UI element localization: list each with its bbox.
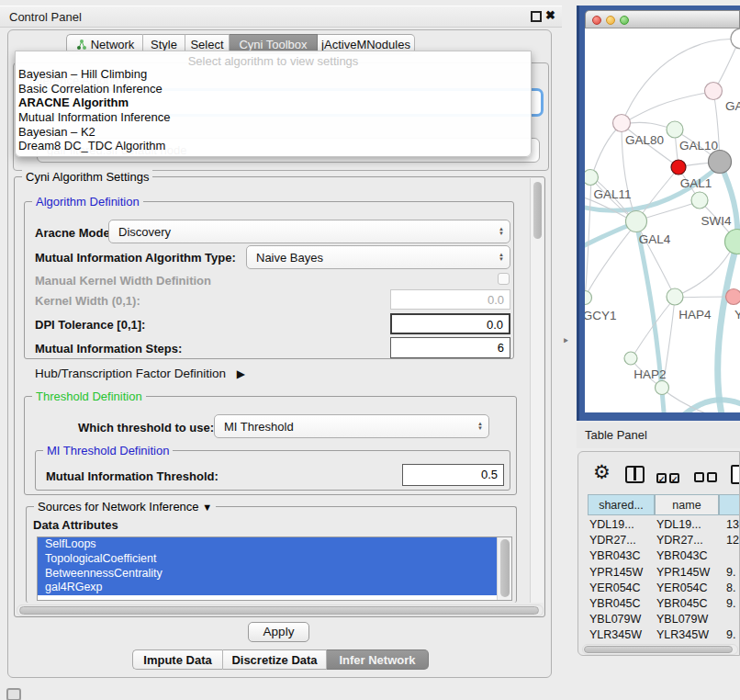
export-table-icon[interactable]: [731, 465, 740, 484]
network-edge[interactable]: [622, 40, 739, 124]
column-view-icon[interactable]: [625, 466, 645, 483]
network-node-gray-node[interactable]: [709, 151, 732, 174]
table-cell[interactable]: 12: [726, 534, 739, 547]
close-window-icon[interactable]: [592, 16, 601, 25]
network-node-pink-right[interactable]: [726, 289, 740, 305]
tab-impute-data[interactable]: Impute Data: [132, 649, 223, 670]
network-node-gcy1[interactable]: [585, 291, 592, 305]
aracne-mode-label: Aracne Mode:: [35, 226, 114, 240]
network-edge[interactable]: [638, 168, 678, 220]
aracne-mode-combo[interactable]: Discovery ▲▼: [108, 220, 510, 243]
apply-button[interactable]: Apply: [248, 622, 309, 642]
which-threshold-value: MI Threshold: [224, 420, 294, 434]
column-header-name[interactable]: name: [655, 494, 719, 515]
close-panel-icon[interactable]: ✖: [545, 8, 555, 22]
table-cell[interactable]: YDL19...: [656, 518, 701, 531]
network-node-gal80[interactable]: [613, 115, 631, 132]
table-cell[interactable]: YER054C: [656, 581, 708, 594]
table-horizontal-scrollbar[interactable]: [582, 644, 738, 655]
table-cell[interactable]: YLR345W: [589, 628, 642, 641]
kernel-width-field[interactable]: 0.0: [390, 289, 510, 310]
float-panel-icon[interactable]: [531, 11, 542, 22]
which-threshold-combo[interactable]: MI Threshold ▲▼: [214, 414, 489, 438]
data-attributes-list[interactable]: SelfLoopsTopologicalCoefficientBetweenne…: [37, 536, 512, 601]
settings-vertical-scrollbar-thumb[interactable]: [533, 182, 542, 239]
node-label-gal80: GAL80: [625, 133, 664, 147]
minimized-panel-icon[interactable]: [6, 688, 21, 700]
network-node-swi4[interactable]: [725, 230, 740, 254]
network-node-bottom-node[interactable]: [656, 381, 669, 395]
table-cell[interactable]: YBR045C: [656, 597, 708, 610]
table-cell[interactable]: YBR043C: [656, 549, 708, 562]
algorithm-option[interactable]: Basic Correlation Inference: [16, 82, 531, 96]
mi-steps-field[interactable]: 6: [390, 337, 510, 358]
table-panel-title: Table Panel: [585, 428, 647, 442]
deselect-all-icon[interactable]: [694, 469, 717, 486]
table-cell[interactable]: YER054C: [589, 581, 641, 594]
network-node-hap4[interactable]: [667, 288, 683, 305]
gear-icon[interactable]: ⚙: [593, 461, 611, 483]
algorithm-option[interactable]: Bayesian – K2: [16, 125, 531, 140]
network-node-gal1[interactable]: [691, 192, 708, 209]
attribute-item[interactable]: BetweennessCentrality: [38, 567, 511, 581]
column-header-shared[interactable]: shared...: [588, 494, 655, 515]
attributes-list-scrollbar[interactable]: [497, 537, 511, 600]
mi-type-combo[interactable]: Naive Bayes ▲▼: [246, 245, 510, 269]
tab-infer-network[interactable]: Infer Network: [327, 649, 429, 670]
network-edge-thick[interactable]: [718, 243, 737, 412]
node-table[interactable]: shared...nameAYDL19...YDL19...13YDR27...…: [583, 494, 740, 623]
network-window-titlebar[interactable]: [585, 10, 740, 28]
minimize-window-icon[interactable]: [606, 16, 615, 25]
node-label-pink-right: Y: [734, 308, 740, 322]
table-cell[interactable]: 8.: [726, 581, 735, 594]
attribute-item[interactable]: SelfLoops: [38, 537, 511, 552]
algorithm-option[interactable]: Mutual Information Inference: [16, 110, 531, 125]
settings-horizontal-scrollbar[interactable]: [17, 604, 544, 616]
attribute-item[interactable]: gal4RGexp: [38, 581, 511, 595]
sources-group-title[interactable]: Sources for Network Inference ▼: [34, 500, 216, 514]
algorithm-option[interactable]: Bayesian – Hill Climbing: [16, 67, 531, 82]
zoom-window-icon[interactable]: [620, 16, 629, 25]
algorithm-option[interactable]: Dream8 DC_TDC Algorithm: [16, 139, 531, 153]
network-node-gal10[interactable]: [667, 121, 683, 138]
select-all-icon[interactable]: ✓✓: [656, 469, 679, 486]
settings-vertical-scrollbar[interactable]: [530, 178, 544, 603]
attribute-item[interactable]: TopologicalCoefficient: [38, 552, 511, 567]
attributes-scrollbar-thumb[interactable]: [500, 539, 510, 597]
table-cell[interactable]: YDR27...: [656, 534, 703, 547]
tab-discretize-data[interactable]: Discretize Data: [223, 649, 327, 670]
tab-label: jActiveMNodules: [321, 38, 410, 51]
hub-definition-toggle[interactable]: Hub/Transcription Factor Definition ▶: [35, 367, 245, 380]
table-cell[interactable]: YBR045C: [589, 597, 641, 610]
algorithm-option[interactable]: ARACNE Algorithm: [16, 96, 531, 110]
mi-threshold-field[interactable]: 0.5: [402, 464, 504, 486]
network-node-galx[interactable]: [705, 83, 723, 100]
table-cell[interactable]: 13: [726, 518, 739, 531]
table-cell[interactable]: YLR345W: [656, 628, 709, 641]
table-horizontal-scrollbar-thumb[interactable]: [584, 646, 733, 653]
table-cell[interactable]: YDL19...: [589, 518, 634, 531]
dpi-tolerance-field[interactable]: 0.0: [390, 313, 510, 334]
network-edge[interactable]: [591, 125, 621, 178]
network-view-canvas[interactable]: GALGAL80GAL10GAL1GAL11GAL4SWI4GCY1HAP4YH…: [585, 28, 740, 412]
network-node-hap2[interactable]: [624, 352, 637, 365]
table-cell[interactable]: 9.: [726, 597, 735, 610]
network-node-gal11[interactable]: [585, 170, 599, 186]
table-cell[interactable]: YPR145W: [589, 566, 643, 579]
panel-divider-caret-icon[interactable]: ‣: [562, 333, 569, 348]
table-cell[interactable]: 9.: [726, 628, 735, 641]
manual-kernel-checkbox[interactable]: [498, 273, 510, 285]
table-cell[interactable]: 9.: [726, 566, 735, 579]
table-cell[interactable]: YBR043C: [589, 549, 641, 562]
table-cell[interactable]: YBL079W: [656, 613, 708, 626]
network-edge[interactable]: [585, 179, 591, 299]
table-cell[interactable]: YDR27...: [589, 534, 636, 547]
table-cell[interactable]: YBL079W: [589, 613, 641, 626]
network-node-top-partial[interactable]: [731, 28, 740, 49]
node-label-gal10: GAL10: [679, 139, 718, 152]
table-cell[interactable]: YPR145W: [656, 566, 710, 579]
network-node-red-node[interactable]: [671, 160, 686, 175]
network-node-gal4[interactable]: [626, 211, 647, 232]
settings-horizontal-scrollbar-thumb[interactable]: [19, 606, 539, 615]
column-header-A[interactable]: A: [719, 494, 740, 515]
